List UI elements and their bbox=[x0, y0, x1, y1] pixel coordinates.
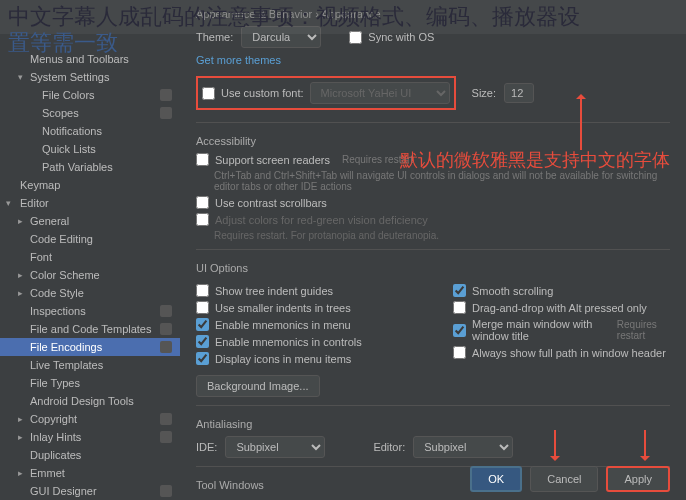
custom-font-checkbox[interactable] bbox=[202, 87, 215, 100]
ok-arrow bbox=[554, 430, 556, 460]
ui-options-title: UI Options bbox=[196, 262, 670, 274]
sidebar-item[interactable]: Keymap bbox=[0, 176, 180, 194]
sidebar-item[interactable]: Path Variables bbox=[0, 158, 180, 176]
sidebar-item[interactable]: ▸Inlay Hints bbox=[0, 428, 180, 446]
ui-option-checkbox[interactable] bbox=[453, 284, 466, 297]
settings-sidebar: Menus and Toolbars▾System SettingsFile C… bbox=[0, 0, 180, 500]
sidebar-item[interactable]: Scopes bbox=[0, 104, 180, 122]
ok-button[interactable]: OK bbox=[470, 466, 522, 492]
sidebar-item[interactable]: Inspections bbox=[0, 302, 180, 320]
apply-button[interactable]: Apply bbox=[606, 466, 670, 492]
ui-option-checkbox[interactable] bbox=[196, 318, 209, 331]
get-themes-link[interactable]: Get more themes bbox=[196, 54, 670, 66]
cancel-button[interactable]: Cancel bbox=[530, 466, 598, 492]
ui-option-checkbox[interactable] bbox=[196, 284, 209, 297]
ui-option-checkbox[interactable] bbox=[453, 301, 466, 314]
sidebar-item[interactable]: ▸Copyright bbox=[0, 410, 180, 428]
apply-arrow bbox=[644, 430, 646, 460]
ui-option-checkbox[interactable] bbox=[453, 324, 466, 337]
ui-option-checkbox[interactable] bbox=[196, 301, 209, 314]
sidebar-item[interactable]: File Encodings bbox=[0, 338, 180, 356]
sidebar-item[interactable]: Android Design Tools bbox=[0, 392, 180, 410]
sidebar-item[interactable]: ▾System Settings bbox=[0, 68, 180, 86]
sidebar-item[interactable]: ▸Color Scheme bbox=[0, 266, 180, 284]
adjust-colors-checkbox[interactable] bbox=[196, 213, 209, 226]
sidebar-item[interactable]: ▸General bbox=[0, 212, 180, 230]
annotation-text: 默认的微软雅黑是支持中文的字体 bbox=[400, 148, 670, 172]
ui-option-checkbox[interactable] bbox=[196, 352, 209, 365]
sidebar-item[interactable]: Quick Lists bbox=[0, 140, 180, 158]
sidebar-item[interactable]: File Colors bbox=[0, 86, 180, 104]
annotation-arrow bbox=[580, 95, 582, 150]
contrast-scrollbars-checkbox[interactable] bbox=[196, 196, 209, 209]
sidebar-item[interactable]: ▾Editor bbox=[0, 194, 180, 212]
sidebar-item[interactable]: Font bbox=[0, 248, 180, 266]
editor-aa-select[interactable]: Subpixel bbox=[413, 436, 513, 458]
screen-readers-checkbox[interactable] bbox=[196, 153, 209, 166]
sidebar-item[interactable]: File Types bbox=[0, 374, 180, 392]
ui-option-checkbox[interactable] bbox=[453, 346, 466, 359]
background-image-button[interactable]: Background Image... bbox=[196, 375, 320, 397]
ui-option-checkbox[interactable] bbox=[196, 335, 209, 348]
sidebar-item[interactable]: Live Templates bbox=[0, 356, 180, 374]
overlay-subtitle: 置等需一致 bbox=[0, 28, 126, 58]
custom-font-highlight: Use custom font: Microsoft YaHei UI bbox=[196, 76, 456, 110]
sidebar-item[interactable]: GUI Designer bbox=[0, 482, 180, 500]
sidebar-item[interactable]: ▸Emmet bbox=[0, 464, 180, 482]
font-size-input[interactable] bbox=[504, 83, 534, 103]
sidebar-item[interactable]: Duplicates bbox=[0, 446, 180, 464]
accessibility-title: Accessibility bbox=[196, 135, 670, 147]
antialiasing-title: Antialiasing bbox=[196, 418, 670, 430]
sidebar-item[interactable]: Notifications bbox=[0, 122, 180, 140]
ide-aa-select[interactable]: Subpixel bbox=[225, 436, 325, 458]
font-select[interactable]: Microsoft YaHei UI bbox=[310, 82, 450, 104]
sidebar-item[interactable]: File and Code Templates bbox=[0, 320, 180, 338]
sidebar-item[interactable]: ▸Code Style bbox=[0, 284, 180, 302]
sidebar-item[interactable]: Code Editing bbox=[0, 230, 180, 248]
settings-content: Appearance & Behavior › Appearance Theme… bbox=[180, 0, 686, 500]
